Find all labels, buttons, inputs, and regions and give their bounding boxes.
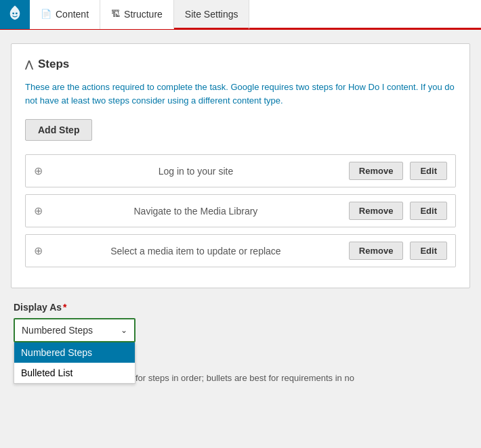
- svg-point-0: [12, 12, 14, 14]
- nav-tab-structure-label: Structure: [124, 9, 163, 20]
- dropdown-arrow-icon: ⌄: [121, 326, 127, 335]
- nav-tab-site-settings-label: Site Settings: [185, 9, 238, 20]
- drag-handle-2[interactable]: ⊕: [34, 204, 43, 217]
- display-as-label: Display As*: [14, 302, 467, 313]
- steps-header: ⋀ Steps: [25, 58, 456, 71]
- add-step-button[interactable]: Add Step: [25, 119, 92, 141]
- required-star: *: [63, 302, 66, 313]
- display-as-dropdown-menu: Numbered Steps Bulleted List: [14, 342, 135, 384]
- dropdown-option-numbered-steps[interactable]: Numbered Steps: [14, 342, 135, 363]
- remove-button-2[interactable]: Remove: [349, 202, 404, 220]
- edit-button-3[interactable]: Edit: [410, 242, 447, 260]
- remove-button-1[interactable]: Remove: [349, 162, 404, 180]
- nav-tab-content[interactable]: 📄 Content: [30, 0, 100, 29]
- main-content: ⋀ Steps These are the actions required t…: [0, 30, 481, 398]
- edit-button-1[interactable]: Edit: [410, 162, 447, 180]
- step-row-1: ⊕ Log in to your site Remove Edit: [25, 154, 456, 187]
- collapse-icon[interactable]: ⋀: [25, 59, 33, 70]
- drag-handle-1[interactable]: ⊕: [34, 164, 43, 177]
- step-label-2: Navigate to the Media Library: [49, 206, 342, 217]
- step-row-3: ⊕ Select a media item to update or repla…: [25, 234, 456, 267]
- remove-button-3[interactable]: Remove: [349, 242, 404, 260]
- steps-description: These are the actions required to comple…: [25, 81, 456, 107]
- step-label-3: Select a media item to update or replace: [49, 246, 342, 256]
- steps-panel: ⋀ Steps These are the actions required t…: [11, 43, 470, 288]
- structure-icon: 🏗: [111, 9, 120, 19]
- display-as-dropdown-wrapper: Numbered Steps ⌄ Numbered Steps Bulleted…: [14, 318, 135, 342]
- top-navigation: 📄 Content 🏗 Structure Site Settings: [0, 0, 481, 30]
- display-as-dropdown-trigger[interactable]: Numbered Steps ⌄: [14, 318, 135, 342]
- svg-point-1: [16, 12, 18, 14]
- dropdown-option-bulleted-list[interactable]: Bulleted List: [14, 363, 135, 383]
- content-icon: 📄: [41, 9, 51, 19]
- step-label-1: Log in to your site: [49, 166, 342, 177]
- edit-button-2[interactable]: Edit: [410, 202, 447, 220]
- drupal-logo[interactable]: [0, 0, 30, 29]
- display-as-section: Display As* Numbered Steps ⌄ Numbered St…: [11, 302, 470, 384]
- dropdown-selected-value: Numbered Steps: [22, 325, 93, 336]
- drag-handle-3[interactable]: ⊕: [34, 244, 43, 257]
- nav-tab-structure[interactable]: 🏗 Structure: [100, 0, 174, 29]
- steps-title: Steps: [38, 58, 69, 71]
- step-row-2: ⊕ Navigate to the Media Library Remove E…: [25, 194, 456, 227]
- nav-tab-content-label: Content: [56, 9, 89, 20]
- nav-tab-site-settings[interactable]: Site Settings: [174, 0, 250, 30]
